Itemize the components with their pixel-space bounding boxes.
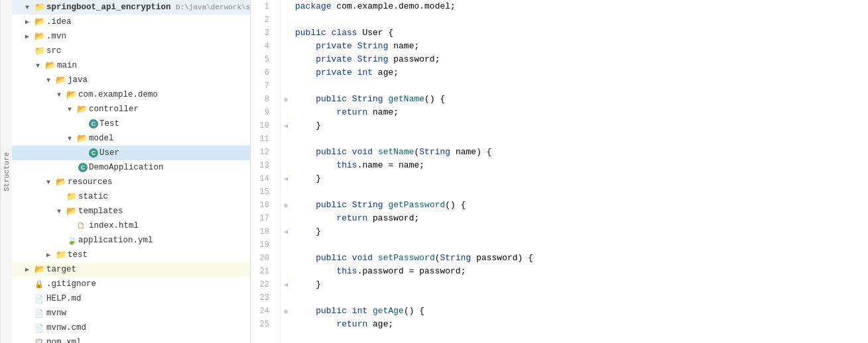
gutter-17 <box>280 212 291 225</box>
code-content[interactable]: package com.example.demo.model; public c… <box>291 0 868 343</box>
gutter-2 <box>280 13 291 26</box>
tree-item-application-yml[interactable]: ▶ 🍃 application.yml <box>12 233 250 248</box>
gutter-16[interactable]: ◉ <box>280 199 291 212</box>
tree-item-resources[interactable]: ▼ 📂 resources <box>12 175 250 189</box>
arrow-icon: ▼ <box>25 4 34 11</box>
gutter-25 <box>280 318 291 331</box>
ln-1: 1 <box>251 0 275 13</box>
tree-label: HELP.md <box>46 294 82 303</box>
tree-item-com-example[interactable]: ▼ 📂 com.example.demo <box>12 87 250 102</box>
folder-icon: 📂 <box>56 75 68 85</box>
tree-item-mvn[interactable]: ▶ 📂 .mvn <box>12 29 250 44</box>
code-line-15 <box>295 185 868 199</box>
gutter-20 <box>280 252 291 265</box>
code-editor: 1 2 3 4 5 6 7 8 9 10 11 12 13 14 15 16 1… <box>251 0 868 343</box>
tree-item-help-md[interactable]: ▶ 📄 HELP.md <box>12 291 250 306</box>
tree-item-main[interactable]: ▼ 📂 main <box>12 58 250 73</box>
folder-icon: 📂 <box>66 89 78 100</box>
xml-icon: 📋 <box>34 338 46 344</box>
tree-label: test <box>68 250 88 260</box>
code-line-6: private int age; <box>295 66 868 79</box>
code-line-18: } <box>295 225 868 238</box>
gutter-15 <box>280 185 291 199</box>
tree-label: target <box>46 265 76 274</box>
tree-item-static[interactable]: ▶ 📁 static <box>12 189 250 204</box>
gutter-23 <box>280 291 291 305</box>
tree-item-mvnw-cmd[interactable]: ▶ 📄 mvnw.cmd <box>12 320 250 335</box>
ln-18: 18 <box>251 225 275 238</box>
folder-icon: 📂 <box>34 264 46 275</box>
tree-item-index-html[interactable]: ▶ 🗋 index.html <box>12 219 250 233</box>
tree-label: DemoApplication <box>89 163 164 172</box>
tree-item-user[interactable]: ▶ C User <box>12 146 250 160</box>
gutter-6 <box>280 66 291 79</box>
tree-item-test-class[interactable]: ▶ C Test <box>12 117 250 131</box>
tree-label: mvnw <box>46 309 66 318</box>
ln-6: 6 <box>251 66 275 79</box>
tree-item-idea[interactable]: ▶ 📂 .idea <box>12 15 250 29</box>
folder-icon: 📁 <box>34 46 46 56</box>
gutter-8[interactable]: ◉ <box>280 93 291 106</box>
tree-item-controller[interactable]: ▼ 📂 controller <box>12 102 250 117</box>
ln-12: 12 <box>251 146 275 159</box>
class-icon: C <box>88 148 99 158</box>
tree-label: main <box>57 61 77 70</box>
tree-item-mvnw[interactable]: ▶ 📄 mvnw <box>12 306 250 320</box>
ln-17: 17 <box>251 212 275 225</box>
gutter-9 <box>280 106 291 119</box>
gutter-24[interactable]: ◉ <box>280 305 291 318</box>
tree-item-test-folder[interactable]: ▶ 📁 test <box>12 248 250 262</box>
folder-icon: 📂 <box>77 104 89 115</box>
code-line-22: } <box>295 278 868 291</box>
tree-label: Test <box>99 119 119 128</box>
structure-panel[interactable]: Structure <box>0 0 12 343</box>
tree-label: .gitignore <box>46 279 96 289</box>
html-icon: 🗋 <box>77 221 89 231</box>
project-name: springboot_api_encryption D:\java\derwor… <box>46 3 251 12</box>
yml-icon: 🍃 <box>66 235 78 246</box>
folder-icon: 📂 <box>56 177 68 187</box>
code-line-17: return password; <box>295 212 868 225</box>
tree-label: model <box>89 134 114 143</box>
tree-label: templates <box>78 207 123 216</box>
code-line-21: this.password = password; <box>295 265 868 278</box>
gutter-18[interactable]: ◀ <box>280 225 291 238</box>
tree-label: com.example.demo <box>78 90 158 99</box>
tree-item-demoapplication[interactable]: ▶ C DemoApplication <box>12 160 250 175</box>
tree-item-model[interactable]: ▼ 📂 model <box>12 131 250 146</box>
tree-label: index.html <box>89 221 139 230</box>
folder-icon: 📂 <box>66 206 78 217</box>
gutter-10[interactable]: ◀ <box>280 119 291 132</box>
ln-9: 9 <box>251 106 275 119</box>
folder-icon: 📁 <box>66 191 78 202</box>
tree-item-target[interactable]: ▶ 📂 target <box>12 262 250 277</box>
tree-item-gitignore[interactable]: ▶ 🔒 .gitignore <box>12 277 250 291</box>
file-icon: 📄 <box>34 324 46 332</box>
md-icon: 📄 <box>34 295 46 303</box>
code-line-4: private String name; <box>295 40 868 53</box>
file-icon: 📄 <box>34 309 46 318</box>
tree-label: static <box>78 192 108 201</box>
tree-label: resources <box>68 177 113 187</box>
tree-item-templates[interactable]: ▼ 📂 templates <box>12 204 250 219</box>
ln-10: 10 <box>251 119 275 132</box>
tree-item-java[interactable]: ▼ 📂 java <box>12 73 250 87</box>
tree-label: pom.xml <box>46 338 82 343</box>
ln-20: 20 <box>251 252 275 265</box>
code-line-16: public String getPassword() { <box>295 199 868 212</box>
gutter-22[interactable]: ◀ <box>280 278 291 291</box>
gutter-1 <box>280 0 291 13</box>
gutter-5 <box>280 53 291 66</box>
project-icon: 📁 <box>34 2 46 13</box>
ln-7: 7 <box>251 79 275 93</box>
gutter-14[interactable]: ◀ <box>280 172 291 185</box>
tree-item-pom-xml[interactable]: ▶ 📋 pom.xml <box>12 335 250 343</box>
tree-item-src[interactable]: ▶ 📁 src <box>12 44 250 58</box>
ln-23: 23 <box>251 291 275 305</box>
code-line-5: private String password; <box>295 53 868 66</box>
file-tree: ▼ 📁 springboot_api_encryption D:\java\de… <box>12 0 251 343</box>
ln-25: 25 <box>251 318 275 331</box>
ln-16: 16 <box>251 199 275 212</box>
gutter-19 <box>280 238 291 252</box>
project-root[interactable]: ▼ 📁 springboot_api_encryption D:\java\de… <box>12 0 250 15</box>
